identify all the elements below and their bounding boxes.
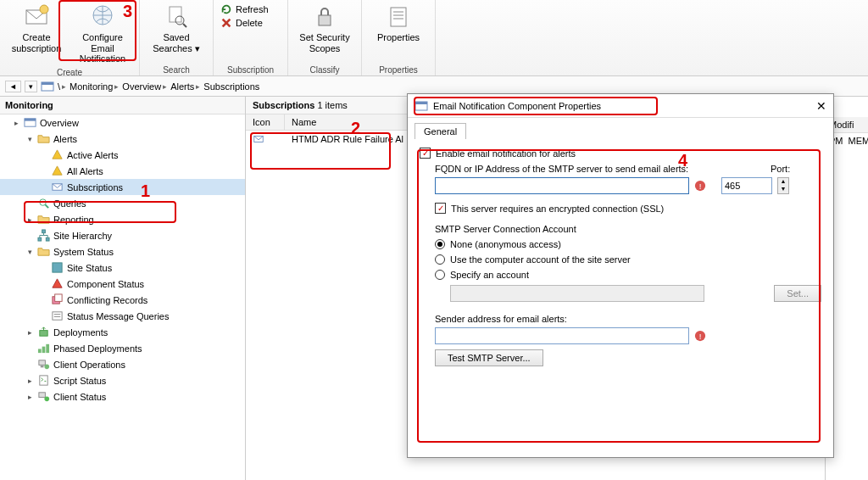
radio-icon [435,254,445,265]
dialog-tabs: General [408,118,833,139]
tree-title: Monitoring [0,97,245,114]
tree-node-label: Script Status [53,376,106,386]
svg-rect-14 [42,82,53,85]
nav-back-button[interactable]: ◄ [5,81,21,92]
svg-line-5 [183,24,186,27]
ssl-checkbox-row[interactable]: ✓ This server requires an encrypted conn… [435,203,821,214]
refresh-button[interactable]: Refresh [220,3,281,15]
tree-node-deployments[interactable]: ▸Deployments [0,324,245,340]
tree-node-reporting[interactable]: ▸Reporting [0,211,245,227]
port-spinner[interactable]: ▲▼ [777,177,789,194]
twisty-icon: ▸ [25,328,34,337]
tree-node-queries[interactable]: Queries [0,195,245,211]
twisty-icon: ▸ [25,215,34,224]
crumb-monitoring[interactable]: Monitoring [70,81,113,92]
details-col-modified[interactable]: Modifi [829,120,865,130]
tree-node-system-status[interactable]: ▾System Status [0,243,245,260]
test-smtp-button[interactable]: Test SMTP Server... [435,349,543,366]
tree-node-label: Status Message Queries [67,311,169,321]
configure-email-button[interactable]: Configure Email Notification [70,2,136,66]
clientop-icon [37,358,50,371]
alert-yellow-icon [51,148,64,161]
component-icon [51,277,64,290]
tree-node-label: Conflicting Records [67,295,147,305]
alert-yellow-icon [51,165,64,177]
tree-node-script-status[interactable]: ▸Script Status [0,372,245,388]
ribbon-group-label-properties: Properties [365,64,431,75]
tree-node-subscriptions[interactable]: Subscriptions [0,179,245,195]
radio-none-row[interactable]: None (anonymous access) [435,239,821,249]
tree-node-phased-deployments[interactable]: Phased Deployments [0,340,245,356]
crumb-alerts[interactable]: Alerts [170,81,194,92]
dialog-close-button[interactable]: ✕ [816,99,826,113]
twisty-icon: ▾ [25,248,34,256]
dialog-title: Email Notification Component Properties [433,101,601,111]
chevron-right-icon: ▸ [196,82,200,91]
dialog-titlebar[interactable]: Email Notification Component Properties … [408,94,833,118]
tree-node-component-status[interactable]: Component Status [0,276,245,292]
subscription-icon [253,133,264,145]
svg-rect-16 [25,119,36,121]
folder-icon [37,132,50,145]
tree-node-label: System Status [53,247,114,257]
tree-node-all-alerts[interactable]: All Alerts [0,163,245,179]
tab-general[interactable]: General [415,123,466,139]
tree-node-status-message-queries[interactable]: Status Message Queries [0,308,245,324]
enable-email-label: Enable email notification for alerts [436,148,576,159]
tree-node-label: Reporting [53,215,94,225]
svg-line-19 [45,204,48,208]
subscription-icon [51,181,64,193]
tree-node-conflicting-records[interactable]: Conflicting Records [0,292,245,308]
crumb-root[interactable]: \ [58,81,60,92]
port-input[interactable] [721,177,772,194]
set-security-scopes-button[interactable]: Set Security Scopes [292,2,358,55]
properties-button[interactable]: Properties [365,2,431,45]
ribbon-group-label-classify: Classify [292,64,358,75]
tree-node-client-operations[interactable]: Client Operations [0,356,245,372]
dialog-icon [415,99,428,113]
saved-search-icon [163,3,190,31]
nav-tree: Monitoring ▸Overview▾AlertsActive Alerts… [0,97,246,480]
svg-rect-26 [53,312,62,320]
radio-specify-row[interactable]: Specify an account [435,270,821,280]
tree-node-site-hierarchy[interactable]: Site Hierarchy [0,227,245,243]
refresh-label: Refresh [236,4,269,14]
tree-node-label: Site Status [67,263,112,273]
svg-text:!: ! [699,181,702,191]
checkbox-checked-icon: ✓ [435,203,446,214]
delete-button[interactable]: Delete [220,17,281,29]
crumb-overview[interactable]: Overview [122,81,161,92]
create-subscription-button[interactable]: Create subscription [3,2,70,55]
fqdn-input[interactable] [435,177,689,194]
col-header-icon[interactable]: Icon [246,114,285,130]
ribbon-group-create: Create subscription Configure Email Noti… [0,0,140,75]
nav-fwd-button[interactable]: ▾ [25,81,37,92]
tree-node-active-alerts[interactable]: Active Alerts [0,147,245,163]
tree-node-client-status[interactable]: ▸Client Status [0,388,245,405]
tree-node-overview[interactable]: ▸Overview [0,114,245,131]
radio-specify-label: Specify an account [450,270,529,280]
radio-none-label: None (anonymous access) [450,239,561,249]
radio-computer-row[interactable]: Use the computer account of the site ser… [435,254,821,265]
svg-rect-30 [38,349,42,353]
chevron-right-icon: ▸ [114,82,119,91]
conflict-icon [51,293,64,306]
ribbon-toolbar: Create subscription Configure Email Noti… [0,0,868,76]
saved-searches-button[interactable]: Saved Searches ▾ [143,2,209,55]
svg-rect-25 [55,294,62,301]
crumb-subscriptions[interactable]: Subscriptions [203,81,259,92]
properties-icon [385,3,412,31]
tree-node-label: Alerts [53,134,77,144]
sender-input[interactable] [435,327,689,344]
tree-node-label: Component Status [67,279,144,289]
svg-point-18 [40,199,47,206]
create-subscription-label: Create subscription [5,32,68,53]
properties-label: Properties [377,32,420,43]
tree-node-label: Overview [40,118,79,128]
tree-node-alerts[interactable]: ▾Alerts [0,131,245,147]
ribbon-group-classify: Set Security Scopes Classify [288,0,362,75]
twisty-icon: ▸ [12,119,20,127]
tree-node-site-status[interactable]: Site Status [0,260,245,276]
enable-email-checkbox-row[interactable]: ✓ Enable email notification for alerts [420,148,821,159]
warning-icon: ! [694,180,706,192]
